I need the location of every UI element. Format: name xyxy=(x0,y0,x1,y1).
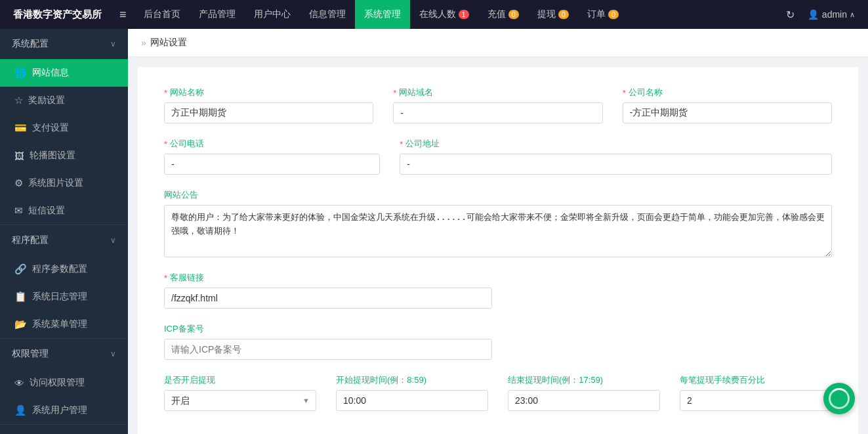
icp-input[interactable] xyxy=(164,339,492,360)
nav-system[interactable]: 系统管理 xyxy=(355,0,410,29)
image-icon: 🖼 xyxy=(14,150,24,162)
withdrawal-enabled-select[interactable]: 开启 关闭 xyxy=(164,390,316,411)
page-header: » 网站设置 xyxy=(128,29,868,57)
nav-online[interactable]: 在线人数 1 xyxy=(410,0,478,29)
sidebar-item-payment[interactable]: 💳 支付设置 xyxy=(0,114,128,142)
website-settings-form: * 网站名称 * 网站域名 * 公司名称 xyxy=(138,67,858,434)
form-row-icp: ICP备案号 xyxy=(164,323,832,360)
form-group-website-name: * 网站名称 xyxy=(164,87,373,123)
form-group-withdrawal-enabled: 是否开启提现 开启 关闭 ▼ xyxy=(164,374,316,411)
menu-toggle-icon[interactable]: ≡ xyxy=(112,8,134,22)
form-group-website-domain: * 网站域名 xyxy=(393,87,602,123)
form-group-withdrawal-end: 结束提现时间(例：17:59) xyxy=(508,374,660,411)
nav-recharge[interactable]: 充值 0 xyxy=(478,0,528,29)
sidebar-section-label: 权限管理 xyxy=(12,348,49,360)
sidebar-item-menu-mgmt[interactable]: 📂 系统菜单管理 xyxy=(0,311,128,338)
withdrawal-end-label: 结束提现时间(例：17:59) xyxy=(508,374,660,386)
form-group-withdrawal-start: 开始提现时间(例：8:59) xyxy=(336,374,488,411)
chevron-down-icon: ∨ xyxy=(110,349,116,358)
sidebar-item-sys-users[interactable]: 👤 系统用户管理 xyxy=(0,397,128,424)
website-name-input[interactable] xyxy=(164,102,373,123)
form-row-withdrawal: 是否开启提现 开启 关闭 ▼ 开始提现时间(例：8:59) xyxy=(164,374,832,411)
card-icon: 💳 xyxy=(14,122,27,134)
sidebar-item-label: 轮播图设置 xyxy=(30,150,75,162)
sidebar-item-label: 系统日志管理 xyxy=(32,291,87,303)
sidebar-section-label: 系统配置 xyxy=(12,38,49,50)
sidebar-section-program-config: 程序配置 ∨ 🔗 程序参数配置 📋 系统日志管理 📂 系统菜单管理 xyxy=(0,225,128,339)
form-row-2: * 公司电话 * 公司地址 xyxy=(164,138,832,175)
withdrawal-end-input[interactable] xyxy=(508,390,660,411)
sidebar-section-permissions: 权限管理 ∨ 👁 访问权限管理 👤 系统用户管理 xyxy=(0,339,128,425)
form-group-company-address: * 公司地址 xyxy=(400,138,832,175)
nav-withdrawal[interactable]: 提现 0 xyxy=(528,0,578,29)
sidebar-item-label: 网站信息 xyxy=(32,67,69,79)
chevron-down-icon: ∨ xyxy=(110,39,116,49)
nav-products[interactable]: 产品管理 xyxy=(190,0,245,29)
form-group-company-phone: * 公司电话 xyxy=(164,138,380,175)
refresh-button[interactable]: ↻ xyxy=(779,9,801,21)
globe-icon: 🌐 xyxy=(14,67,27,79)
sidebar-header-permissions[interactable]: 权限管理 ∨ xyxy=(0,339,128,369)
sidebar-item-carousel[interactable]: 🖼 轮播图设置 xyxy=(0,142,128,169)
form-row-announcement: 网站公告 xyxy=(164,189,832,257)
form-group-icp: ICP备案号 xyxy=(164,323,492,360)
recharge-count-badge: 0 xyxy=(508,10,519,19)
nav-orders[interactable]: 订单 0 xyxy=(578,0,628,29)
nav-info[interactable]: 信息管理 xyxy=(300,0,355,29)
sidebar-item-label: 系统用户管理 xyxy=(32,404,87,416)
user-menu[interactable]: 👤 admin ∧ xyxy=(801,9,861,20)
customer-service-input[interactable] xyxy=(164,288,492,309)
nav-dashboard[interactable]: 后台首页 xyxy=(134,0,190,29)
sidebar-item-label: 系统菜单管理 xyxy=(32,318,87,330)
sidebar-item-reward[interactable]: ☆ 奖励设置 xyxy=(0,87,128,114)
sidebar-item-label: 程序参数配置 xyxy=(32,263,87,275)
sidebar-section-system-config: 系统配置 ∨ 🌐 网站信息 ☆ 奖励设置 💳 支付设置 🖼 轮播图设置 ⚙ 系 xyxy=(0,29,128,225)
website-domain-label: * 网站域名 xyxy=(393,87,602,98)
app-logo: 香港数字资产交易所 xyxy=(7,9,108,21)
sidebar: 系统配置 ∨ 🌐 网站信息 ☆ 奖励设置 💳 支付设置 🖼 轮播图设置 ⚙ 系 xyxy=(0,29,128,434)
settings-icon: ⚙ xyxy=(14,177,23,189)
sidebar-item-website-info[interactable]: 🌐 网站信息 xyxy=(0,59,128,87)
main-layout: 系统配置 ∨ 🌐 网站信息 ☆ 奖励设置 💳 支付设置 🖼 轮播图设置 ⚙ 系 xyxy=(0,29,868,434)
company-name-label: * 公司名称 xyxy=(623,87,832,98)
top-navigation: 香港数字资产交易所 ≡ 后台首页 产品管理 用户中心 信息管理 系统管理 在线人… xyxy=(0,0,868,29)
sms-icon: ✉ xyxy=(14,205,23,217)
float-action-button[interactable] xyxy=(823,383,855,414)
online-count-badge: 1 xyxy=(459,10,469,19)
sidebar-header-system-config[interactable]: 系统配置 ∨ xyxy=(0,29,128,59)
announcement-textarea[interactable] xyxy=(164,205,832,257)
form-row-1: * 网站名称 * 网站域名 * 公司名称 xyxy=(164,87,832,123)
company-phone-label: * 公司电话 xyxy=(164,138,380,150)
form-group-withdrawal-fee: 每笔提现手续费百分比 xyxy=(680,374,832,411)
withdrawal-fee-label: 每笔提现手续费百分比 xyxy=(680,374,832,386)
breadcrumb-icon: » xyxy=(141,37,146,48)
sidebar-item-system-images[interactable]: ⚙ 系统图片设置 xyxy=(0,169,128,197)
sidebar-item-params[interactable]: 🔗 程序参数配置 xyxy=(0,255,128,283)
float-button-spinner xyxy=(829,388,850,409)
website-name-label: * 网站名称 xyxy=(164,87,373,98)
folder-icon: 📂 xyxy=(14,318,27,330)
link-icon: 🔗 xyxy=(14,263,27,275)
withdrawal-fee-input[interactable] xyxy=(680,390,832,411)
sidebar-header-program-config[interactable]: 程序配置 ∨ xyxy=(0,225,128,255)
person-icon: 👤 xyxy=(14,404,27,416)
content-area: » 网站设置 * 网站名称 * 网站域名 xyxy=(128,29,868,434)
icp-label: ICP备案号 xyxy=(164,323,492,335)
sidebar-section-label: 程序配置 xyxy=(12,234,49,246)
sidebar-item-label: 系统图片设置 xyxy=(28,177,83,189)
eye-icon: 👁 xyxy=(14,378,24,389)
nav-users[interactable]: 用户中心 xyxy=(245,0,300,29)
sidebar-item-access[interactable]: 👁 访问权限管理 xyxy=(0,369,128,397)
company-address-input[interactable] xyxy=(400,154,832,175)
website-domain-input[interactable] xyxy=(393,102,602,123)
sidebar-item-logs[interactable]: 📋 系统日志管理 xyxy=(0,283,128,311)
sidebar-item-sms[interactable]: ✉ 短信设置 xyxy=(0,197,128,225)
company-phone-input[interactable] xyxy=(164,154,380,175)
withdrawal-start-input[interactable] xyxy=(336,390,488,411)
form-group-company-name: * 公司名称 xyxy=(623,87,832,123)
sidebar-item-label: 短信设置 xyxy=(28,205,65,217)
company-address-label: * 公司地址 xyxy=(400,138,832,150)
user-dropdown-icon: ∧ xyxy=(850,11,855,19)
company-name-input[interactable] xyxy=(623,102,832,123)
form-row-customer-service: * 客服链接 xyxy=(164,272,832,309)
